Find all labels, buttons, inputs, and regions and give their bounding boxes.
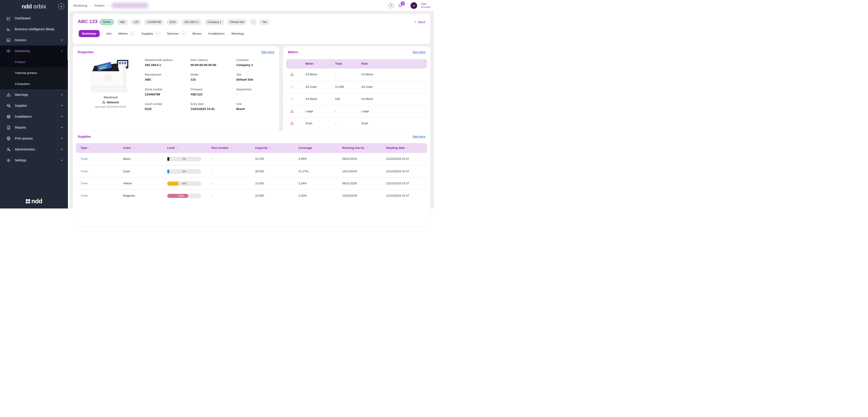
sidebar-item-business-intelligence[interactable]: Business Intelligence (Beta) <box>0 24 68 35</box>
table-row: A4 Color 13.955 A4 Color <box>286 81 427 93</box>
supply-coverage: 4,49% <box>299 157 307 161</box>
table-row: Large - Large <box>286 105 427 117</box>
sidebar-item-devices[interactable]: Devices <box>0 35 68 45</box>
sidebar-collapse-icon[interactable]: « <box>58 3 64 9</box>
sidebar-item-label: Business Intelligence (Beta) <box>15 27 55 31</box>
sidebar-item-monitoring[interactable]: Monitoring <box>0 45 68 57</box>
tab-label: Supplies <box>141 32 153 35</box>
meter-name: A4 Color <box>305 85 317 89</box>
printer-icon <box>6 136 11 141</box>
properties-card: Properties See more Monitored Network La… <box>73 46 279 137</box>
sidebar-item-label: Devices <box>15 38 26 42</box>
meters-see-more-link[interactable]: See more <box>412 50 425 54</box>
chevron-down-icon <box>181 31 186 36</box>
breadcrumb-current-redacted <box>112 3 148 8</box>
tab-supplies[interactable]: Supplies <box>141 31 160 36</box>
properties-fields: Network/USB address192.168.0.1 MAC Addre… <box>145 59 277 117</box>
tab-label: Services <box>167 32 179 35</box>
field-label: Entry date <box>191 102 237 106</box>
table-row: A3 Mono - A3 Mono <box>286 69 427 81</box>
paint-bucket-icon <box>6 103 11 108</box>
column-coverage[interactable]: Coverage <box>299 146 316 149</box>
supply-type-link[interactable]: Toner <box>81 194 88 197</box>
supply-type-link[interactable]: Toner <box>81 182 88 185</box>
chevron-down-icon <box>60 159 63 162</box>
sidebar-item-print-queues[interactable]: Print queues <box>0 133 68 144</box>
user-menu[interactable]: User Provider <box>421 2 431 9</box>
column-total: Total <box>335 62 342 65</box>
divider <box>406 2 407 9</box>
tab-installations[interactable]: Installations <box>208 32 224 35</box>
sidebar-item-label: Monitoring <box>15 49 30 53</box>
avatar[interactable]: U <box>410 2 417 9</box>
sidebar-item-warnings[interactable]: Warnings <box>0 89 68 100</box>
supply-type-link[interactable]: Toner <box>81 170 88 173</box>
tab-moves[interactable]: Moves <box>192 32 202 35</box>
tab-warnings[interactable]: Warnings <box>231 32 244 35</box>
sidebar-item-reports[interactable]: Reports <box>0 122 68 133</box>
meter-rule: Scan <box>361 121 368 125</box>
supplies-see-more-link[interactable]: See more <box>412 135 425 138</box>
column-part-number[interactable]: Part number <box>211 146 233 149</box>
supplies-table-header: Type Color Level Part number Capacity Co… <box>76 143 427 153</box>
sidebar-item-supplies[interactable]: Supplies <box>0 100 68 111</box>
supply-coverage: 21,27% <box>299 170 308 173</box>
tab-services[interactable]: Services <box>167 31 186 36</box>
column-running-low-by[interactable]: Running low by <box>342 146 369 149</box>
sidebar-item-label: Print queues <box>15 137 33 140</box>
sidebar-item-computers[interactable]: Computers <box>0 78 68 89</box>
field-value: 123456789 <box>145 93 191 96</box>
properties-see-more-link[interactable]: See more <box>261 50 274 54</box>
help-icon[interactable]: ? <box>389 3 394 8</box>
column-meter: Meter <box>305 62 313 65</box>
notifications-bell-icon[interactable]: 3 <box>398 3 403 8</box>
supply-capacity: 10.500 <box>255 182 264 185</box>
column-level[interactable]: Level <box>167 146 179 149</box>
column-capacity[interactable]: Capacity <box>255 146 272 149</box>
sort-chevron-icon <box>313 146 316 149</box>
chevron-down-icon <box>60 148 63 151</box>
bar-chart-icon <box>6 27 11 32</box>
device-header-card: ABC 123 Online ABC 123 123456789 0123 19… <box>73 14 430 44</box>
supply-color: Cyan <box>123 170 130 173</box>
column-color[interactable]: Color <box>123 146 135 149</box>
level-bar: 34% <box>167 181 201 186</box>
sidebar-item-printers[interactable]: Printers <box>0 57 68 67</box>
table-row: Toner Yellow 34% - 10.500 3,24% 06/11/20… <box>76 177 427 189</box>
supplies-title: Supplies <box>78 135 91 138</box>
sidebar-item-label: Settings <box>15 159 26 162</box>
field-label: Network/USB address <box>145 59 191 62</box>
field-label: Site <box>237 73 277 76</box>
column-reading-date[interactable]: Reading date <box>386 146 409 149</box>
meter-rule: Large <box>361 109 369 113</box>
supply-reading-date: 22/10/2024 02:37 <box>386 194 409 197</box>
badge-yes: Yes <box>259 19 270 25</box>
sort-chevron-icon <box>230 146 233 149</box>
sidebar-item-administration[interactable]: Administration <box>0 144 68 155</box>
user-gear-icon <box>6 147 11 152</box>
sidebar-item-installations[interactable]: Installations <box>0 111 68 122</box>
level-bar: 62% <box>167 194 201 198</box>
meters-title: Meters <box>288 50 298 54</box>
back-button[interactable]: Back <box>414 20 425 24</box>
breadcrumb-printers[interactable]: Printers <box>94 4 104 7</box>
device-tabs: Summary Info Meters Supplies Services Mo… <box>79 30 244 37</box>
sidebar-item-thermal-printers[interactable]: Thermal printers <box>0 67 68 78</box>
field-value: ABC123 <box>191 93 237 96</box>
tab-info[interactable]: Info <box>106 32 112 35</box>
user-name: User <box>421 2 431 5</box>
chevron-left-icon <box>414 21 417 24</box>
badge-site: Default Site <box>227 19 247 25</box>
supply-type-link[interactable]: Toner <box>81 157 88 161</box>
column-type[interactable]: Type <box>81 146 91 149</box>
sidebar-item-settings[interactable]: Settings <box>0 155 68 166</box>
chevron-down-icon <box>60 115 63 118</box>
chevron-right-icon <box>90 4 92 7</box>
sidebar-item-dashboard[interactable]: Dashboard <box>0 13 68 24</box>
tab-meters[interactable]: Meters <box>118 31 134 36</box>
supply-capacity: 32.200 <box>255 157 264 161</box>
breadcrumb-monitoring[interactable]: Monitoring <box>73 4 87 7</box>
sidebar-scrollbar[interactable] <box>67 45 68 60</box>
tab-summary[interactable]: Summary <box>79 30 100 37</box>
meter-total: 535 <box>335 97 340 101</box>
